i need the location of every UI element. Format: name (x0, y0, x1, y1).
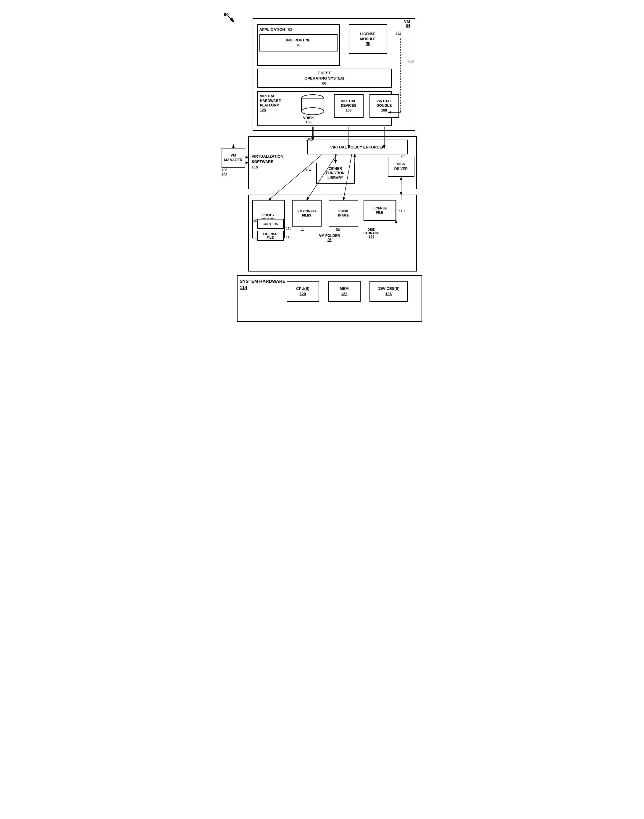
ref-90: 90 (224, 12, 229, 17)
cpu-box: CPU(S) 120 (287, 281, 319, 302)
application-box: APPLICATION 62 INIT. ROUTINE 70 (257, 24, 340, 66)
copy-ids-ref: 118 (286, 227, 291, 230)
license-file-top-box: LICENSEFILE (363, 200, 396, 220)
vm-manager-box: VMMANAGER (222, 148, 245, 168)
devices-box: DEVICES(S) 126 (370, 281, 408, 302)
page-container: 90 VM 64 APPLICATION 62 INIT. ROUTINE 70… (207, 6, 437, 323)
vm-folder-label: VM FOLDER96 (319, 234, 340, 242)
vhp-label: VIRTUALHARDWAREPLATFORM 128 (260, 94, 281, 112)
license-file-inner-box: LICENSEFILE (257, 231, 284, 241)
svg-line-4 (228, 17, 234, 22)
cipher-ref: 104 (305, 168, 311, 172)
disk-driver-ref: 92 (402, 155, 405, 159)
svg-point-3 (301, 108, 324, 115)
license-file-ref-116: 116 (286, 236, 291, 239)
ref-108: 108 (222, 173, 227, 177)
disk-driver-box: DISKDRIVER (388, 157, 414, 177)
vpe-ref: 102 (306, 137, 312, 141)
diagram-wrapper: 90 VM 64 APPLICATION 62 INIT. ROUTINE 70… (219, 12, 426, 302)
vpe-box: VIRTUAL POLICY ENFORCER (307, 139, 408, 155)
cipher-box: CIPHERFUNCTIONLIBRARY (316, 163, 355, 184)
vdisk-image-ref: 94 (336, 227, 340, 231)
virtual-dongle-box: VIRTUALDONGLE 188 (370, 94, 399, 118)
ref-100: 100 (252, 219, 258, 222)
svg-line-0 (228, 16, 233, 21)
vdisk-icon (301, 94, 325, 115)
vm-config-box: VM CONFIGFILES (292, 200, 322, 227)
vm-config-ref: 98 (301, 227, 304, 231)
ref-116prime: 116' (399, 210, 405, 213)
virtual-devices-box: VIRTUALDEVICES 138 (334, 94, 363, 118)
vm-manager-ref-106: 106 (222, 168, 227, 172)
vdisk-image-box: VDISKIMAGE (329, 200, 358, 227)
copy-ids-box: COPY IDS (257, 219, 284, 229)
ref-114-label: 114 (396, 32, 402, 36)
disk-storage-label: DISKSTORAGE124 (363, 228, 380, 239)
init-routine-box: INIT. ROUTINE 70 (259, 34, 337, 52)
ref-112-label: 112 (408, 59, 414, 63)
vdisk-label: VDISK136 (303, 116, 314, 124)
guest-os-box: GUESTOPERATING SYSTEM 66 (257, 69, 392, 88)
vm-ref: 64 (406, 23, 410, 28)
license-module-box: LICENSEMODULE 72 (349, 24, 387, 54)
mem-box: MEM 122 (328, 281, 360, 302)
virt-software-label: VIRTUALIZATIONSOFTWARE 115 (252, 154, 284, 170)
system-hw-label: SYSTEM HARDWARE114 (240, 278, 285, 291)
